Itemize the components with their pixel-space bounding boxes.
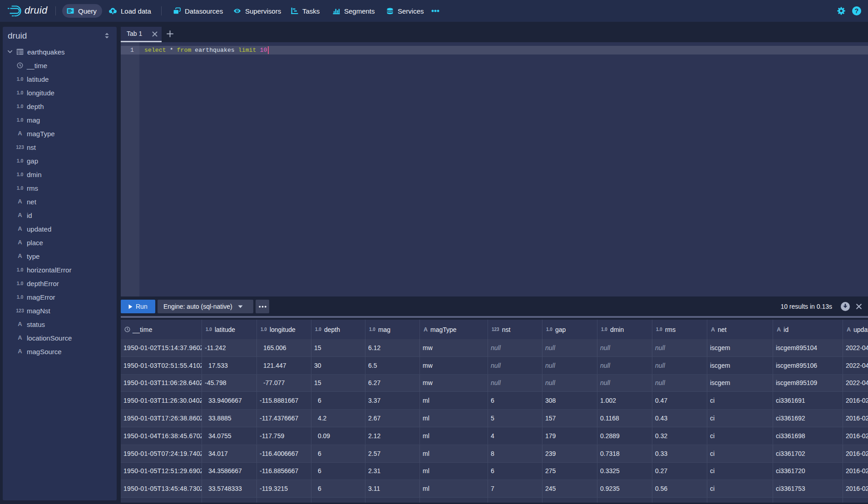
svg-text:?: ? xyxy=(855,7,859,15)
